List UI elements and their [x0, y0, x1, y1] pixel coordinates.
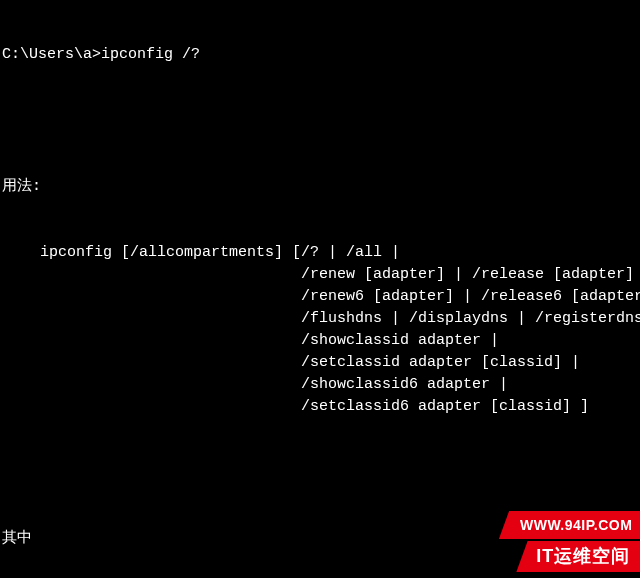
usage-line: /showclassid6 adapter | [0, 374, 640, 396]
usage-label: 用法: [0, 176, 640, 198]
usage-line: /setclassid6 adapter [classid] ] [0, 396, 640, 418]
usage-line: ipconfig [/allcompartments] [/? | /all | [0, 242, 640, 264]
watermark-brand: IT运维空间 [516, 541, 640, 572]
watermark: WWW.94IP.COM IT运维空间 [504, 511, 640, 572]
usage-line: /renew [adapter] | /release [adapter] | [0, 264, 640, 286]
command-prompt: C:\Users\a>ipconfig /? [0, 44, 640, 66]
usage-line: /setclassid adapter [classid] | [0, 352, 640, 374]
terminal-output: C:\Users\a>ipconfig /? 用法: ipconfig [/al… [0, 0, 640, 578]
blank-line [0, 110, 640, 132]
blank-line [0, 462, 640, 484]
usage-line: /showclassid adapter | [0, 330, 640, 352]
usage-line: /renew6 [adapter] | /release6 [adapter] … [0, 286, 640, 308]
usage-syntax: ipconfig [/allcompartments] [/? | /all |… [0, 242, 640, 418]
usage-line: /flushdns | /displaydns | /registerdns | [0, 308, 640, 330]
watermark-url: WWW.94IP.COM [499, 511, 640, 539]
